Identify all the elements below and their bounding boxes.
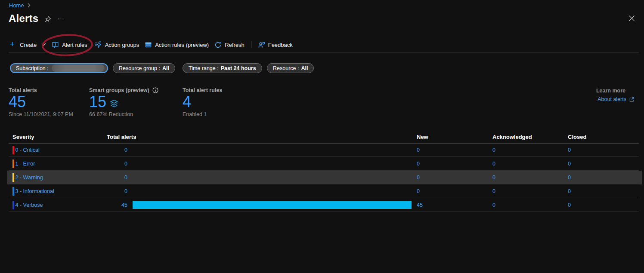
acknowledged-value[interactable]: 0: [492, 143, 495, 157]
about-alerts-link[interactable]: About alerts: [596, 96, 635, 102]
alerts-page: Home Alerts ... + Create Alert rules: [0, 0, 644, 273]
column-header-total-alerts[interactable]: Total alerts: [107, 134, 136, 140]
more-options-icon[interactable]: ...: [58, 13, 65, 21]
stat-total-alerts: Total alerts 45 Since 11/10/2021, 9:07 P…: [9, 87, 73, 117]
create-button[interactable]: + Create: [10, 42, 46, 48]
filter-resource-group[interactable]: Resource group : All: [113, 63, 175, 73]
command-bar: + Create Alert rules Action groups: [10, 40, 293, 50]
severity-link[interactable]: 2 - Warning: [15, 175, 43, 181]
stat-total-alerts-label: Total alerts: [9, 87, 73, 93]
learn-more-label: Learn more: [596, 88, 635, 94]
severity-link[interactable]: 1 - Error: [15, 161, 35, 167]
total-alerts-bar: [133, 201, 412, 209]
learn-more-section: Learn more About alerts: [596, 88, 635, 102]
stat-total-alert-rules-value[interactable]: 4: [183, 94, 222, 110]
breadcrumb-home-link[interactable]: Home: [9, 2, 24, 9]
refresh-button[interactable]: Refresh: [214, 41, 245, 49]
page-title: Alerts: [9, 12, 38, 25]
total-alerts-value[interactable]: 0: [60, 157, 127, 171]
feedback-button[interactable]: Feedback: [258, 41, 293, 49]
subscription-value-loading-shimmer: [52, 64, 105, 72]
info-icon[interactable]: [152, 87, 158, 93]
toolbar-divider: [251, 41, 251, 48]
filter-time-range-value: Past 24 hours: [221, 65, 256, 71]
new-value[interactable]: 0: [417, 157, 420, 171]
filter-time-range[interactable]: Time range : Past 24 hours: [183, 63, 262, 73]
stat-total-alert-rules-sub: Enabled 1: [183, 111, 222, 117]
pin-icon[interactable]: [44, 16, 51, 23]
refresh-button-label: Refresh: [225, 42, 245, 48]
toolbar-separator: [9, 52, 639, 52]
chevron-right-icon: [27, 3, 31, 8]
severity-table: Severity Total alerts New Acknowledged C…: [9, 131, 639, 212]
table-row-error[interactable]: 1 - Error 0 0 0 0: [9, 157, 639, 171]
filter-resource-value: All: [301, 65, 308, 71]
action-groups-button-label: Action groups: [105, 42, 139, 48]
stat-total-alerts-sub: Since 11/10/2021, 9:07 PM: [9, 111, 73, 117]
filter-subscription-label: Subscription :: [16, 65, 49, 71]
filter-resource-label: Resource :: [273, 65, 299, 71]
filter-resource[interactable]: Resource : All: [267, 63, 314, 73]
filter-resource-group-value: All: [162, 65, 169, 71]
stat-smart-groups: Smart groups (preview) 15 66.67% Reducti…: [89, 87, 158, 117]
total-alerts-value[interactable]: 0: [60, 184, 127, 198]
smart-groups-layers-icon: [110, 99, 118, 108]
column-header-severity[interactable]: Severity: [12, 134, 34, 140]
closed-value[interactable]: 0: [568, 171, 571, 184]
closed-value[interactable]: 0: [568, 143, 571, 157]
close-icon[interactable]: [629, 15, 635, 21]
severity-color-bar: [12, 173, 14, 182]
table-row-informational[interactable]: 3 - Informational 0 0 0 0: [9, 184, 639, 198]
closed-value[interactable]: 0: [568, 198, 571, 212]
action-rules-button[interactable]: Action rules (preview): [145, 41, 209, 49]
severity-color-bar: [12, 160, 14, 168]
stat-total-alert-rules-label: Total alert rules: [183, 87, 222, 93]
action-groups-icon: [95, 41, 102, 49]
action-rules-icon: [145, 41, 152, 49]
feedback-icon: [258, 41, 265, 49]
new-value[interactable]: 0: [417, 143, 420, 157]
severity-link[interactable]: 0 - Critical: [15, 147, 40, 153]
alert-rules-button[interactable]: Alert rules: [52, 41, 87, 49]
action-groups-button[interactable]: Action groups: [95, 41, 139, 49]
column-header-acknowledged[interactable]: Acknowledged: [492, 134, 532, 140]
column-header-closed[interactable]: Closed: [568, 134, 586, 140]
severity-color-bar: [12, 146, 14, 154]
table-row-critical[interactable]: 0 - Critical 0 0 0 0: [9, 143, 639, 157]
total-alerts-value[interactable]: 0: [60, 143, 127, 157]
table-row-warning[interactable]: 2 - Warning 0 0 0 0: [9, 171, 639, 184]
column-header-new[interactable]: New: [417, 134, 428, 140]
total-alerts-value[interactable]: 45: [60, 198, 127, 212]
acknowledged-value[interactable]: 0: [492, 171, 495, 184]
new-value[interactable]: 0: [417, 184, 420, 198]
plus-icon: +: [10, 41, 15, 48]
closed-value[interactable]: 0: [568, 157, 571, 171]
acknowledged-value[interactable]: 0: [492, 198, 495, 212]
breadcrumb: Home: [9, 2, 31, 9]
filter-subscription[interactable]: Subscription :: [10, 63, 108, 73]
filter-time-range-label: Time range :: [189, 65, 219, 71]
stat-smart-groups-value[interactable]: 15: [89, 94, 158, 110]
severity-link[interactable]: 4 - Verbose: [15, 202, 43, 208]
acknowledged-value[interactable]: 0: [492, 184, 495, 198]
stat-total-alert-rules: Total alert rules 4 Enabled 1: [183, 87, 222, 117]
alert-rules-button-label: Alert rules: [62, 42, 87, 48]
alert-rules-icon: [52, 41, 59, 49]
acknowledged-value[interactable]: 0: [492, 157, 495, 171]
stat-smart-groups-label: Smart groups (preview): [89, 87, 149, 93]
filter-resource-group-label: Resource group :: [119, 65, 160, 71]
create-button-label: Create: [20, 42, 37, 48]
closed-value[interactable]: 0: [568, 184, 571, 198]
external-link-icon: [629, 97, 635, 102]
new-value[interactable]: 0: [417, 171, 420, 184]
feedback-button-label: Feedback: [268, 42, 293, 48]
chevron-down-icon: [41, 43, 46, 46]
severity-link[interactable]: 3 - Informational: [15, 188, 54, 194]
stat-smart-groups-sub: 66.67% Reduction: [89, 111, 158, 117]
severity-color-bar: [12, 187, 14, 196]
total-alerts-value[interactable]: 0: [60, 171, 127, 184]
stat-total-alerts-value[interactable]: 45: [9, 94, 73, 110]
new-value[interactable]: 45: [417, 198, 423, 212]
table-row-verbose[interactable]: 4 - Verbose 45 45 0 0: [9, 198, 639, 212]
action-rules-button-label: Action rules (preview): [155, 42, 209, 48]
